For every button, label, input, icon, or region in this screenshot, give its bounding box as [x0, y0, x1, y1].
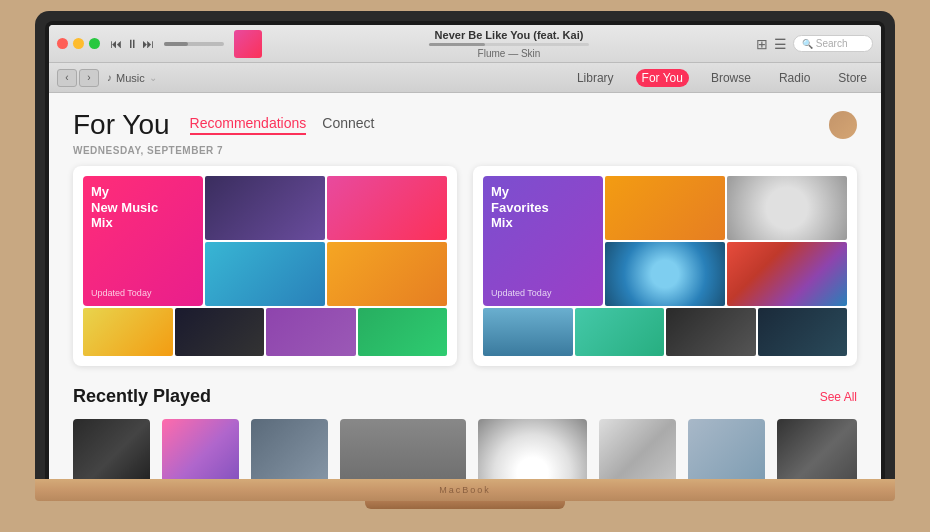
nav-arrows: ‹ › — [57, 69, 99, 87]
album-art — [478, 419, 586, 479]
mix-row: MyNew MusicMix Updated Today — [73, 166, 857, 366]
albums-row: GenerationDe LuxMirage - EPElseOlogyGall… — [73, 419, 857, 479]
main-content: For You Recommendations Connect WEDNESDA… — [49, 93, 881, 479]
fav-bottom-row — [483, 308, 847, 356]
macbook-base: MacBook — [35, 479, 895, 501]
toolbar-nav: ‹ › ♪ Music ⌄ Library For You Browse Rad… — [49, 63, 881, 93]
album-item[interactable]: GenerationDe Lux — [73, 419, 150, 479]
page-header: For You Recommendations Connect — [73, 109, 857, 141]
chevron-icon: ⌄ — [149, 72, 157, 83]
album-art — [73, 419, 150, 479]
album-art — [340, 419, 466, 479]
search-icon: 🔍 — [802, 39, 813, 49]
favorites-updated: Updated Today — [491, 288, 551, 298]
new-music-bottom-row — [83, 308, 447, 356]
new-music-mix-main: MyNew MusicMix Updated Today — [83, 176, 203, 306]
date-label: WEDNESDAY, SEPTEMBER 7 — [73, 145, 857, 156]
fav-thumb-2 — [727, 176, 847, 240]
favorites-grid — [605, 176, 847, 306]
sub-tabs: Recommendations Connect — [190, 115, 375, 135]
screen-bezel: ⏮ ⏸ ⏭ Never Be Like You (feat. Kai) — [45, 21, 885, 479]
album-art — [599, 419, 676, 479]
new-music-mix-card[interactable]: MyNew MusicMix Updated Today — [73, 166, 457, 366]
fav-bottom-4 — [758, 308, 848, 356]
breadcrumb-label: Music — [116, 72, 145, 84]
tab-library[interactable]: Library — [571, 69, 620, 87]
track-artist: Flume — Skin — [478, 48, 541, 59]
tab-store[interactable]: Store — [832, 69, 873, 87]
favorites-mix-main: MyFavoritesMix Updated Today — [483, 176, 603, 306]
new-music-label: MyNew MusicMix — [91, 184, 158, 231]
fast-forward-button[interactable]: ⏭ — [142, 37, 154, 51]
fav-thumb-1 — [605, 176, 725, 240]
search-box[interactable]: 🔍 Search — [793, 35, 873, 52]
nm-bottom-3 — [266, 308, 356, 356]
new-music-thumb-2 — [327, 176, 447, 240]
favorites-mix-card[interactable]: MyFavoritesMix Updated Today — [473, 166, 857, 366]
recently-played-header: Recently Played See All — [73, 386, 857, 407]
nav-tabs: Library For You Browse Radio Store — [571, 69, 873, 87]
user-avatar[interactable] — [829, 111, 857, 139]
page-title: For You — [73, 109, 170, 141]
subtab-connect[interactable]: Connect — [322, 115, 374, 135]
close-button[interactable] — [57, 38, 68, 49]
favorites-label: MyFavoritesMix — [491, 184, 549, 231]
back-button[interactable]: ‹ — [57, 69, 77, 87]
now-playing: Never Be Like You (feat. Kai) Flume — Sk… — [268, 29, 750, 59]
titlebar: ⏮ ⏸ ⏭ Never Be Like You (feat. Kai) — [49, 25, 881, 63]
recently-played-title: Recently Played — [73, 386, 211, 407]
track-title: Never Be Like You (feat. Kai) — [435, 29, 584, 41]
rewind-button[interactable]: ⏮ — [110, 37, 122, 51]
tab-browse[interactable]: Browse — [705, 69, 757, 87]
new-music-updated: Updated Today — [91, 288, 151, 298]
list-icon[interactable]: ☰ — [774, 36, 787, 52]
album-art — [251, 419, 328, 479]
forward-button[interactable]: › — [79, 69, 99, 87]
album-art — [777, 419, 857, 479]
see-all-button[interactable]: See All — [820, 390, 857, 404]
fav-bottom-3 — [666, 308, 756, 356]
album-item[interactable]: Thick as ThievesThe Temper Trap — [777, 419, 857, 479]
transport-controls: ⏮ ⏸ ⏭ — [110, 37, 154, 51]
maximize-button[interactable] — [89, 38, 100, 49]
tab-for-you[interactable]: For You — [636, 69, 689, 87]
album-item[interactable]: Ride into the UnknownBedouin — [478, 419, 586, 479]
nm-bottom-4 — [358, 308, 448, 356]
music-note-icon: ♪ — [107, 72, 112, 83]
search-placeholder: Search — [816, 38, 848, 49]
airplay-icon[interactable]: ⊞ — [756, 36, 768, 52]
tab-radio[interactable]: Radio — [773, 69, 816, 87]
album-item[interactable]: Mirage - EPElse — [162, 419, 239, 479]
album-art — [688, 419, 765, 479]
new-music-thumb-4 — [327, 242, 447, 306]
album-art — [162, 419, 239, 479]
volume-slider[interactable] — [164, 42, 224, 46]
minimize-button[interactable] — [73, 38, 84, 49]
new-music-thumb-1 — [205, 176, 325, 240]
fav-thumb-3 — [605, 242, 725, 306]
right-controls: ⊞ ☰ 🔍 Search — [756, 35, 873, 52]
macbook-shell: ⏮ ⏸ ⏭ Never Be Like You (feat. Kai) — [35, 11, 895, 521]
fav-bottom-2 — [575, 308, 665, 356]
fav-bottom-1 — [483, 308, 573, 356]
progress-bar[interactable] — [429, 43, 589, 46]
new-music-thumb-3 — [205, 242, 325, 306]
nm-bottom-2 — [175, 308, 265, 356]
nm-bottom-1 — [83, 308, 173, 356]
macbook-label: MacBook — [439, 485, 491, 495]
traffic-lights — [57, 38, 100, 49]
album-item[interactable]: The Soft BounceBeyond The Wizards Sleeve — [340, 419, 466, 479]
album-item[interactable]: New KingdomGIVERS — [688, 419, 765, 479]
album-item[interactable]: OlogyGallant — [251, 419, 328, 479]
screen: ⏮ ⏸ ⏭ Never Be Like You (feat. Kai) — [49, 25, 881, 479]
new-music-grid — [205, 176, 447, 306]
album-item[interactable]: Nothing's RealShura — [599, 419, 676, 479]
breadcrumb: ♪ Music ⌄ — [107, 72, 157, 84]
album-art-mini — [234, 30, 262, 58]
play-pause-button[interactable]: ⏸ — [126, 37, 138, 51]
subtab-recommendations[interactable]: Recommendations — [190, 115, 307, 135]
fav-thumb-4 — [727, 242, 847, 306]
screen-outer: ⏮ ⏸ ⏭ Never Be Like You (feat. Kai) — [35, 11, 895, 479]
